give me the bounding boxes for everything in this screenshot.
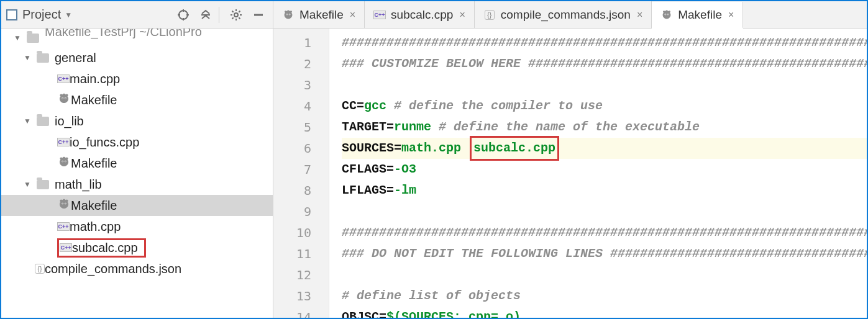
tree-item-label: Makefile bbox=[71, 199, 117, 213]
close-icon[interactable]: × bbox=[459, 9, 465, 20]
cpp-icon: C++ bbox=[60, 243, 72, 252]
line-number: 4 bbox=[273, 96, 311, 117]
code-area[interactable]: ########################################… bbox=[329, 29, 867, 318]
tree-folder[interactable]: math_lib bbox=[1, 174, 273, 195]
code-line[interactable]: ########################################… bbox=[342, 222, 867, 243]
tree-item-label: subcalc.cpp bbox=[72, 241, 138, 255]
chevron-down-icon[interactable]: ▼ bbox=[65, 11, 72, 19]
gear-icon[interactable] bbox=[227, 6, 245, 24]
code-line[interactable]: ### CUSTOMIZE BELOW HERE ###############… bbox=[342, 53, 867, 74]
tree-item-label: io_lib bbox=[55, 114, 84, 128]
cpp-icon: C++ bbox=[373, 9, 386, 21]
tree-file[interactable]: C++io_funcs.cpp bbox=[1, 132, 273, 153]
line-number: 5 bbox=[273, 117, 311, 138]
close-icon[interactable]: × bbox=[728, 9, 734, 20]
tree-folder[interactable]: general bbox=[1, 47, 273, 68]
code-line[interactable] bbox=[342, 264, 867, 285]
cpp-icon: C++ bbox=[57, 74, 70, 83]
line-number: 14 bbox=[273, 307, 311, 318]
line-number: 9 bbox=[273, 201, 311, 222]
gutter: 123456789101112131415 bbox=[273, 29, 329, 318]
gnu-icon bbox=[660, 9, 673, 21]
project-tree: Makefile_TestPrj ~/CLionPro generalC++ma… bbox=[1, 29, 273, 318]
tab-label: Makefile bbox=[299, 8, 344, 22]
tab-label: subcalc.cpp bbox=[391, 8, 453, 22]
tree-file[interactable]: {}compile_commands.json bbox=[1, 258, 273, 279]
tree-folder[interactable]: io_lib bbox=[1, 110, 273, 132]
line-number: 12 bbox=[273, 264, 311, 285]
line-number: 10 bbox=[273, 222, 311, 243]
editor-tab[interactable]: C++subcalc.cpp× bbox=[365, 1, 475, 28]
gnu-icon bbox=[282, 9, 295, 21]
tab-label: compile_commands.json bbox=[501, 8, 631, 22]
code-line[interactable]: TARGET=runme # define the name of the ex… bbox=[342, 117, 867, 138]
svg-point-4 bbox=[179, 11, 188, 19]
line-number: 1 bbox=[273, 32, 311, 53]
tree-file[interactable]: C++main.cpp bbox=[1, 68, 273, 89]
gnu-icon bbox=[57, 92, 71, 109]
highlighted-token: subcalc.cpp bbox=[470, 136, 559, 161]
code-line[interactable] bbox=[342, 201, 867, 222]
line-number: 11 bbox=[273, 243, 311, 264]
line-number: 2 bbox=[273, 53, 311, 74]
folder-icon bbox=[35, 180, 51, 189]
folder-icon bbox=[35, 53, 51, 63]
tree-item-label: main.cpp bbox=[70, 72, 120, 86]
code-line[interactable]: CFLAGS=-O3 bbox=[342, 159, 867, 180]
tree-item-label: Makefile bbox=[71, 93, 117, 107]
json-icon: {} bbox=[35, 264, 45, 274]
chevron-down-icon[interactable] bbox=[24, 117, 35, 125]
tree-file[interactable]: Makefile bbox=[1, 89, 273, 110]
cpp-icon: C++ bbox=[57, 138, 70, 146]
separator bbox=[219, 7, 219, 23]
svg-line-17 bbox=[232, 17, 234, 19]
svg-line-18 bbox=[239, 11, 240, 12]
svg-point-10 bbox=[234, 13, 238, 17]
line-number: 7 bbox=[273, 159, 311, 180]
gnu-icon bbox=[57, 197, 71, 214]
code-line[interactable]: ### DO NOT EDIT THE FOLLOWING LINES ####… bbox=[342, 243, 867, 264]
code-line[interactable] bbox=[342, 74, 867, 96]
tree-item-label: Makefile bbox=[71, 156, 117, 171]
folder-icon bbox=[35, 117, 51, 126]
code-line[interactable]: ########################################… bbox=[342, 32, 867, 53]
tree-item-label: general bbox=[55, 51, 96, 65]
line-number: 6 bbox=[273, 138, 311, 159]
line-number: 8 bbox=[273, 180, 311, 201]
svg-line-15 bbox=[232, 11, 234, 12]
code-line[interactable]: LFLAGS=-lm bbox=[342, 180, 867, 201]
chevron-down-icon[interactable] bbox=[24, 180, 35, 189]
tree-file[interactable]: C++math.cpp bbox=[1, 216, 273, 237]
locate-icon[interactable] bbox=[174, 6, 193, 24]
editor-tabs: Makefile×C++subcalc.cpp×{}compile_comman… bbox=[273, 1, 867, 29]
editor-tab[interactable]: {}compile_commands.json× bbox=[475, 1, 652, 28]
code-editor[interactable]: 123456789101112131415 ##################… bbox=[273, 29, 867, 318]
tree-item-label: io_funcs.cpp bbox=[70, 135, 139, 150]
code-line[interactable]: OBJSC=$(SOURCES:.cpp=.o) bbox=[342, 307, 867, 318]
tree-file[interactable]: C++subcalc.cpp bbox=[1, 237, 273, 258]
chevron-down-icon[interactable] bbox=[24, 53, 35, 62]
project-tool-header: Project ▼ bbox=[1, 1, 273, 29]
close-icon[interactable]: × bbox=[637, 9, 642, 20]
collapse-all-icon[interactable] bbox=[196, 6, 215, 24]
tree-file[interactable]: Makefile bbox=[1, 153, 273, 174]
gnu-icon bbox=[57, 155, 71, 172]
tree-root-cutoff[interactable]: Makefile_TestPrj ~/CLionPro bbox=[1, 29, 273, 47]
editor-tab[interactable]: Makefile× bbox=[273, 1, 365, 28]
project-tool-title[interactable]: Project bbox=[22, 7, 61, 22]
close-icon[interactable]: × bbox=[350, 9, 355, 20]
svg-line-16 bbox=[239, 17, 240, 19]
code-line[interactable]: SOURCES=math.cpp subcalc.cpp bbox=[342, 138, 867, 159]
code-line[interactable]: # define list of objects bbox=[342, 285, 867, 307]
cpp-icon: C++ bbox=[57, 222, 70, 231]
tab-label: Makefile bbox=[678, 8, 722, 22]
tree-item-label: math_lib bbox=[55, 177, 102, 192]
tree-item-label: math.cpp bbox=[70, 220, 121, 234]
editor-tab[interactable]: Makefile× bbox=[652, 2, 743, 29]
code-line[interactable]: CC=gcc # define the compiler to use bbox=[342, 96, 867, 117]
json-icon: {} bbox=[483, 9, 496, 21]
project-icon bbox=[6, 9, 17, 20]
minimize-icon[interactable] bbox=[249, 6, 268, 24]
tree-file[interactable]: Makefile bbox=[1, 195, 273, 216]
tree-item-label: compile_commands.json bbox=[45, 262, 181, 276]
